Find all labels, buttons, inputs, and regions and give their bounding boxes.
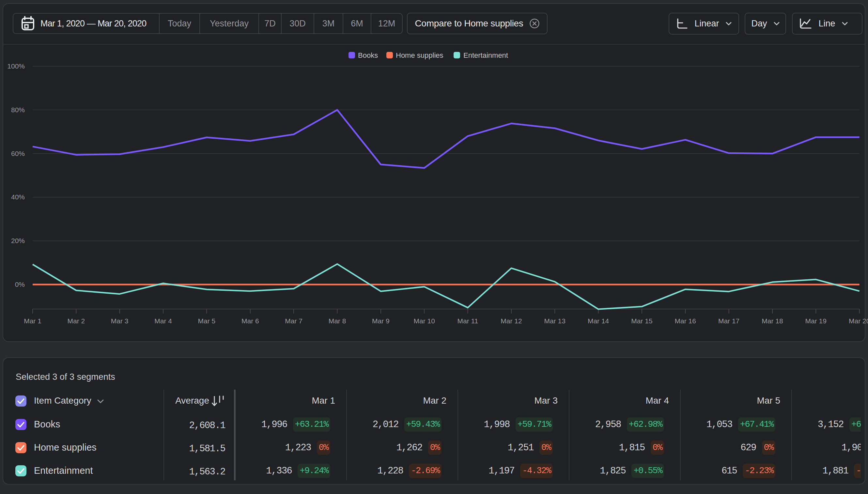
svg-text:80%: 80%: [11, 106, 25, 114]
svg-text:40%: 40%: [11, 193, 25, 201]
svg-text:Mar 11: Mar 11: [457, 317, 478, 325]
svg-text:100%: 100%: [7, 62, 25, 70]
svg-text:0%: 0%: [15, 281, 25, 288]
svg-text:Mar 13: Mar 13: [544, 317, 566, 325]
svg-text:Mar 20: Mar 20: [849, 317, 868, 325]
svg-text:Mar 14: Mar 14: [588, 317, 609, 325]
svg-text:20%: 20%: [11, 237, 25, 244]
svg-text:Mar 17: Mar 17: [718, 317, 739, 325]
svg-text:Mar 4: Mar 4: [154, 317, 172, 325]
svg-text:Mar 9: Mar 9: [372, 317, 390, 325]
svg-text:Mar 2: Mar 2: [68, 317, 85, 325]
svg-text:Mar 1: Mar 1: [24, 317, 41, 325]
svg-text:Mar 19: Mar 19: [805, 317, 827, 325]
svg-text:Mar 6: Mar 6: [242, 317, 259, 325]
svg-text:Mar 18: Mar 18: [762, 317, 783, 325]
svg-text:Mar 16: Mar 16: [675, 317, 696, 325]
svg-text:Mar 12: Mar 12: [501, 317, 522, 325]
svg-text:Mar 3: Mar 3: [111, 317, 129, 325]
svg-text:60%: 60%: [11, 150, 25, 157]
svg-text:Mar 7: Mar 7: [285, 317, 302, 325]
svg-text:Mar 10: Mar 10: [414, 317, 435, 325]
svg-text:Mar 5: Mar 5: [198, 317, 216, 325]
svg-text:Mar 15: Mar 15: [631, 317, 652, 325]
svg-text:Mar 8: Mar 8: [328, 317, 346, 325]
